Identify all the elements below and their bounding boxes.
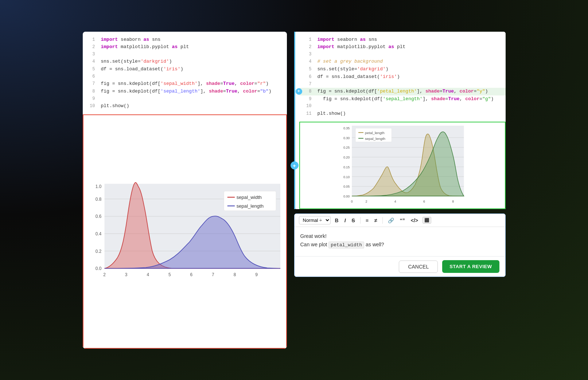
r-code-line-7: 7 xyxy=(299,81,506,88)
comment-body[interactable]: Great work! Can we plot petal_width as w… xyxy=(295,227,505,256)
r-code-line-8: + 8 fig = sns.kdeplot(df['petal_length']… xyxy=(299,88,506,95)
right-sections: 1 import seaborn as sns 2 import matplot… xyxy=(294,32,506,349)
svg-text:0.35: 0.35 xyxy=(343,126,349,130)
svg-text:0.10: 0.10 xyxy=(343,175,349,179)
comment-line-1: Great work! xyxy=(300,232,499,240)
svg-text:sepal_length: sepal_length xyxy=(236,203,263,209)
svg-text:2: 2 xyxy=(103,272,106,277)
comment-box: Normal ÷ B I S ≡ ≠ 🔗 “” </> ⬛ Great wo xyxy=(294,213,506,277)
toolbar-divider-1 xyxy=(360,217,361,224)
comment-inline-code: petal_width xyxy=(328,242,364,248)
bold-button[interactable]: B xyxy=(334,217,340,224)
code-line-1: 1 import seaborn as sns xyxy=(83,36,287,44)
svg-text:8: 8 xyxy=(233,272,236,277)
svg-text:7: 7 xyxy=(212,272,214,277)
svg-text:0.30: 0.30 xyxy=(343,136,349,140)
right-chart-svg: 0.00 0.05 0.10 0.15 0.20 0.25 0.30 0.35 … xyxy=(301,124,503,207)
code-line-8: 8 fig = sns.kdeplot(df['sepal_length'], … xyxy=(83,88,287,95)
svg-text:sepal_width: sepal_width xyxy=(236,195,261,200)
svg-text:0.05: 0.05 xyxy=(343,185,349,189)
italic-button[interactable]: I xyxy=(343,217,347,224)
svg-text:5: 5 xyxy=(168,272,171,277)
left-panel: 1 import seaborn as sns 2 import matplot… xyxy=(83,32,287,349)
svg-text:0.20: 0.20 xyxy=(343,156,349,160)
svg-text:0.6: 0.6 xyxy=(95,214,101,219)
svg-text:8: 8 xyxy=(452,200,454,204)
svg-text:1.0: 1.0 xyxy=(95,184,101,189)
r-code-line-9: 9 fig = sns.kdeplot(df['sepal_length'], … xyxy=(299,95,506,103)
svg-text:4: 4 xyxy=(394,200,396,204)
r-code-line-3: 3 xyxy=(299,51,506,58)
left-chart: 0.0 0.2 0.4 0.6 0.8 1.0 2 3 4 5 6 7 8 9 xyxy=(83,114,287,349)
link-button[interactable]: 🔗 xyxy=(386,217,396,224)
cancel-button[interactable]: CANCEL xyxy=(399,260,438,273)
comment-text-suffix: as well? xyxy=(364,242,384,247)
code-line-5: 5 df = sns.load_dataset('iris') xyxy=(83,66,287,73)
start-review-button[interactable]: START A REVIEW xyxy=(442,260,499,273)
code-line-6: 6 xyxy=(83,73,287,80)
add-line-icon: + xyxy=(296,88,302,95)
r-code-line-2: 2 import matplotlib.pyplot as plt xyxy=(299,43,506,51)
left-chart-section: 0.0 0.2 0.4 0.6 0.8 1.0 2 3 4 5 6 7 8 9 xyxy=(83,114,287,349)
svg-text:0.0: 0.0 xyxy=(95,266,101,271)
svg-text:0.8: 0.8 xyxy=(95,196,101,201)
svg-text:6: 6 xyxy=(423,200,425,204)
add-chart-icon: + xyxy=(291,161,299,169)
comment-footer: CANCEL START A REVIEW xyxy=(295,256,505,277)
svg-text:0.25: 0.25 xyxy=(343,146,349,150)
unordered-list-button[interactable]: ≠ xyxy=(373,217,379,224)
blue-vertical-bar xyxy=(294,32,295,209)
code-line-4: 4 sns.set(style='darkgrid') xyxy=(83,58,287,66)
r-code-line-6: 6 df = sns.load_dataset('iris') xyxy=(299,73,506,81)
code-line-3: 3 xyxy=(83,51,287,58)
svg-text:0.15: 0.15 xyxy=(343,165,349,169)
svg-text:6: 6 xyxy=(190,272,192,277)
right-panel: 1 import seaborn as sns 2 import matplot… xyxy=(294,32,506,349)
right-chart: 0.00 0.05 0.10 0.15 0.20 0.25 0.30 0.35 … xyxy=(299,122,506,209)
svg-text:3: 3 xyxy=(125,272,127,277)
left-chart-svg: 0.0 0.2 0.4 0.6 0.8 1.0 2 3 4 5 6 7 8 9 xyxy=(85,117,285,346)
svg-text:petal_length: petal_length xyxy=(365,131,384,135)
comment-line-2: Can we plot petal_width as well? xyxy=(300,240,499,249)
left-code-editor: 1 import seaborn as sns 2 import matplot… xyxy=(83,32,287,114)
svg-text:9: 9 xyxy=(255,272,258,277)
r-code-line-1: 1 import seaborn as sns xyxy=(299,36,506,44)
strikethrough-button[interactable]: S xyxy=(350,217,357,224)
svg-text:sepal_length: sepal_length xyxy=(365,137,385,141)
svg-text:0.2: 0.2 xyxy=(95,248,101,254)
svg-text:0.00: 0.00 xyxy=(343,195,349,199)
r-code-line-10: 10 xyxy=(299,103,506,110)
code-block-button[interactable]: ⬛ xyxy=(422,217,431,224)
right-chart-wrapper: + xyxy=(299,122,506,209)
code-line-9: 9 xyxy=(83,95,287,102)
svg-text:0: 0 xyxy=(351,200,353,204)
svg-text:0.4: 0.4 xyxy=(95,231,101,236)
comment-text-prefix: Can we plot xyxy=(300,242,329,247)
svg-text:2: 2 xyxy=(365,200,367,204)
r-code-line-11: 11 plt.show() xyxy=(299,110,506,118)
right-code-chart-container: 1 import seaborn as sns 2 import matplot… xyxy=(294,32,506,209)
ordered-list-button[interactable]: ≡ xyxy=(364,217,370,224)
code-line-7: 7 fig = sns.kdeplot(df['sepal_width'], s… xyxy=(83,80,287,88)
code-line-10: 10 plt.show() xyxy=(83,102,287,110)
format-select[interactable]: Normal ÷ xyxy=(299,216,331,224)
right-code-editor: 1 import seaborn as sns 2 import matplot… xyxy=(294,32,506,122)
blockquote-button[interactable]: “” xyxy=(398,217,406,224)
comment-toolbar: Normal ÷ B I S ≡ ≠ 🔗 “” </> ⬛ xyxy=(295,214,505,227)
toolbar-divider-2 xyxy=(382,217,383,224)
r-code-line-4: 4 # set a grey background xyxy=(299,58,506,66)
inline-code-button[interactable]: </> xyxy=(409,217,420,224)
r-code-line-5: 5 sns.set(style='darkgrid') xyxy=(299,66,506,73)
code-line-2: 2 import matplotlib.pyplot as plt xyxy=(83,43,287,51)
svg-text:4: 4 xyxy=(147,272,149,277)
